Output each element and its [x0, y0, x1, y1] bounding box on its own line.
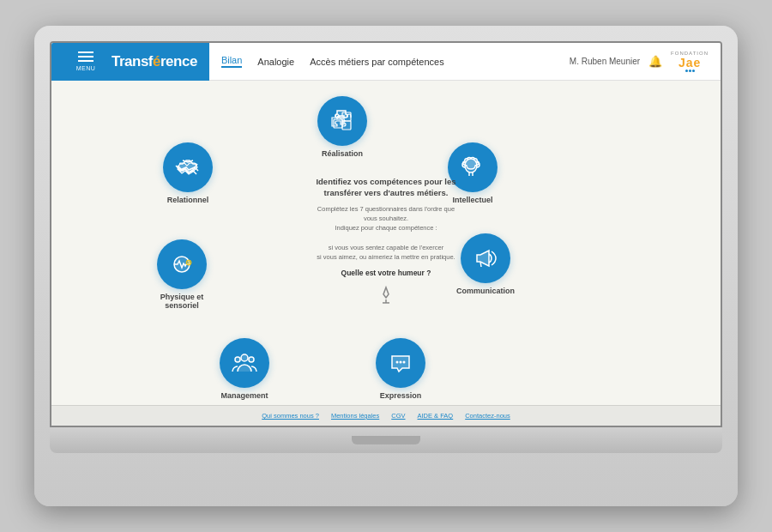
communication-label: Communication — [456, 287, 515, 295]
footer-link-qui[interactable]: Qui sommes nous ? — [262, 412, 319, 420]
jae-logo: FONDATION Jae — [671, 51, 709, 72]
app-main: Réalisation Intellectuel — [51, 81, 721, 426]
menu-line — [78, 51, 93, 53]
comp-management[interactable]: Management — [220, 338, 269, 400]
comp-relationnel[interactable]: Relationnel — [163, 142, 213, 204]
footer-link-mentions[interactable]: Mentions légales — [331, 412, 379, 420]
svg-point-4 — [396, 361, 399, 364]
svg-rect-0 — [334, 119, 342, 128]
menu-line — [78, 60, 93, 62]
svg-point-9 — [249, 357, 254, 362]
chat-icon — [387, 349, 414, 377]
physique-icon-circle — [157, 239, 207, 289]
relationnel-icon-circle — [163, 142, 213, 192]
menu-line — [78, 56, 93, 57]
comp-physique[interactable]: Physique et sensoriel — [148, 239, 216, 310]
header-logo[interactable]: MENU Transférence — [51, 43, 209, 81]
svg-point-5 — [400, 361, 402, 364]
footer-link-cgv[interactable]: CGV — [391, 412, 405, 420]
menu-label: MENU — [76, 65, 96, 71]
svg-marker-12 — [383, 287, 389, 298]
group-icon — [231, 349, 258, 377]
expression-icon-circle — [376, 338, 425, 388]
mood-icon[interactable] — [313, 282, 459, 310]
svg-point-11 — [186, 260, 191, 265]
handshake-icon — [174, 154, 202, 181]
realisation-label: Réalisation — [322, 149, 363, 158]
screen: MENU Transférence Bilan Analogie Accès m… — [50, 41, 722, 427]
logo-accent: é — [153, 53, 160, 70]
physique-label: Physique et sensoriel — [148, 293, 216, 310]
megaphone-icon — [472, 245, 499, 272]
nav-analogie[interactable]: Analogie — [257, 57, 294, 67]
nav-bilan[interactable]: Bilan — [221, 55, 242, 68]
expression-label: Expression — [380, 391, 422, 400]
center-description: Identifiez vos compétences pour les tran… — [313, 176, 459, 310]
comp-communication[interactable]: Communication — [456, 233, 515, 295]
management-label: Management — [220, 391, 268, 400]
center-title: Identifiez vos compétences pour les tran… — [313, 176, 459, 199]
header-nav: Bilan Analogie Accès métiers par compéte… — [221, 55, 570, 68]
jae-text: Jae — [679, 56, 701, 70]
svg-point-8 — [235, 357, 240, 362]
menu-button[interactable]: MENU — [63, 45, 108, 78]
communication-icon-circle — [461, 233, 510, 283]
brain-icon — [459, 154, 486, 181]
svg-point-7 — [241, 354, 248, 361]
app-footer: Qui sommes nous ? Mentions légales CGV A… — [51, 405, 721, 426]
header-user: M. Ruben Meunier — [570, 57, 640, 66]
puzzle-icon — [329, 107, 356, 135]
center-question: Quelle est votre humeur ? — [313, 269, 459, 277]
laptop-base — [50, 427, 722, 453]
bell-icon[interactable]: 🔔 — [648, 55, 662, 68]
laptop-frame: MENU Transférence Bilan Analogie Accès m… — [34, 26, 738, 506]
jae-dots — [685, 70, 695, 72]
laptop-notch — [352, 436, 420, 444]
logo-text: Transférence — [112, 53, 197, 70]
heartbeat-icon — [168, 251, 196, 278]
footer-link-aide[interactable]: AIDE & FAQ — [418, 412, 454, 420]
footer-link-contact[interactable]: Contactez-nous — [465, 412, 510, 420]
app-header: MENU Transférence Bilan Analogie Accès m… — [51, 43, 721, 81]
nav-metiers[interactable]: Accès métiers par compétences — [310, 57, 444, 67]
svg-point-6 — [403, 361, 406, 364]
realisation-icon-circle — [317, 96, 367, 146]
management-icon-circle — [220, 338, 269, 388]
center-desc: Complétez les 7 questionnaires dans l'or… — [313, 204, 459, 263]
competency-container: Réalisation Intellectuel — [51, 81, 721, 405]
relationnel-label: Relationnel — [167, 196, 209, 204]
comp-expression[interactable]: Expression — [376, 338, 425, 400]
header-right: M. Ruben Meunier 🔔 FONDATION Jae — [570, 51, 721, 72]
comp-realisation[interactable]: Réalisation — [317, 96, 367, 158]
